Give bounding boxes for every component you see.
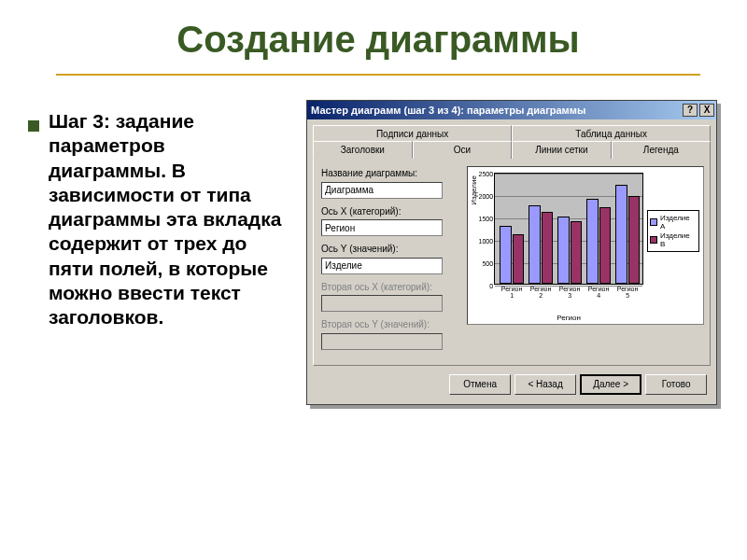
chart-ylabel: Изделие bbox=[470, 162, 478, 218]
tab-data-labels[interactable]: Подписи данных bbox=[313, 125, 512, 142]
chart-legend: Изделие АИзделие В bbox=[647, 210, 699, 252]
y2-axis-label: Вторая ось Y (значений): bbox=[321, 319, 461, 329]
y2-axis-input bbox=[321, 333, 443, 350]
tab-gridlines[interactable]: Линии сетки bbox=[512, 141, 612, 159]
tab-legend[interactable]: Легенда bbox=[612, 141, 712, 159]
finish-button[interactable]: Готово bbox=[645, 374, 707, 395]
tab-data-table[interactable]: Таблица данных bbox=[512, 125, 711, 142]
tab-titles[interactable]: Заголовки bbox=[313, 141, 413, 159]
cancel-button[interactable]: Отмена bbox=[449, 374, 511, 395]
chart-title-input[interactable] bbox=[321, 182, 443, 199]
slide-title: Создание диаграммы bbox=[28, 9, 728, 74]
x-axis-input[interactable] bbox=[321, 219, 443, 236]
chart-xlabel: Регион bbox=[494, 314, 643, 322]
bullet-icon bbox=[28, 120, 39, 132]
chart-preview: Изделие 05001000150020002500Регион1Регио… bbox=[467, 166, 704, 325]
slide-body-text: Шаг 3: задание параметров диаграммы. В з… bbox=[49, 109, 288, 329]
dialog-titlebar[interactable]: Мастер диаграмм (шаг 3 из 4): параметры … bbox=[307, 101, 716, 119]
dialog-title: Мастер диаграмм (шаг 3 из 4): параметры … bbox=[311, 105, 681, 116]
x2-axis-input bbox=[321, 295, 443, 312]
y-axis-label: Ось Y (значений): bbox=[321, 244, 461, 254]
tab-axes[interactable]: Оси bbox=[413, 141, 513, 159]
close-button[interactable]: X bbox=[699, 104, 714, 117]
chart-title-label: Название диаграммы: bbox=[321, 168, 461, 178]
chart-wizard-dialog: Мастер диаграмм (шаг 3 из 4): параметры … bbox=[306, 100, 717, 405]
y-axis-input[interactable] bbox=[321, 258, 443, 274]
x-axis-label: Ось X (категорий): bbox=[321, 206, 461, 217]
back-button[interactable]: < Назад bbox=[514, 374, 576, 395]
title-underline bbox=[56, 74, 700, 76]
x2-axis-label: Вторая ось X (категорий): bbox=[321, 282, 461, 292]
help-button[interactable]: ? bbox=[683, 104, 698, 117]
next-button[interactable]: Далее > bbox=[580, 374, 641, 395]
